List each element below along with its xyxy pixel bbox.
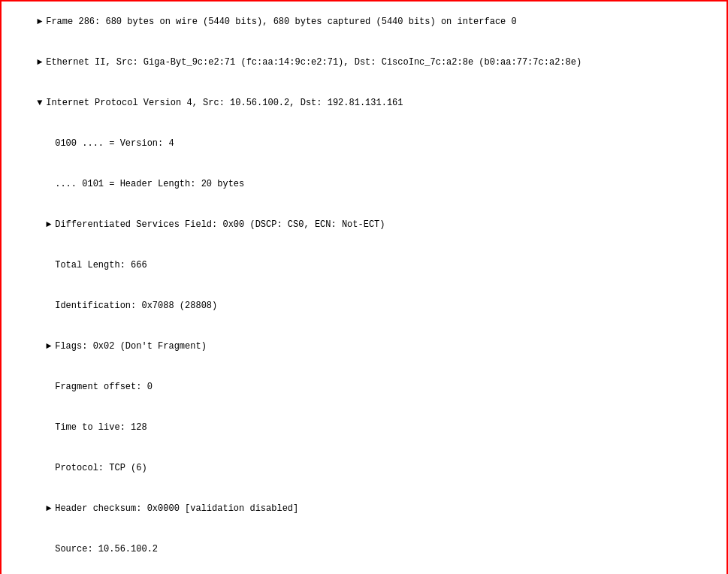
spacer6 [46,421,55,434]
ip-src-line: Source: 10.56.100.2 [2,529,726,569]
ip-text: Internet Protocol Version 4, Src: 10.56.… [46,98,403,108]
expand-icon-checksum: ► [46,502,55,515]
expand-icon-dscp: ► [46,218,55,231]
ip-version-line: 0100 .... = Version: 4 [2,123,726,164]
expand-icon-flags: ► [46,340,55,353]
ip-protocol-text: Protocol: TCP (6) [55,463,147,473]
ip-dst-line: Destination: 192.81.131.161 [2,569,726,574]
spacer2 [46,177,55,191]
expand-icon-ethernet: ► [37,56,46,69]
spacer7 [46,461,55,475]
ip-src-text: Source: 10.56.100.2 [55,544,158,554]
ip-dscp-line[interactable]: ►Differentiated Services Field: 0x00 (DS… [2,204,726,245]
ip-total-text: Total Length: 666 [55,260,147,270]
ip-flags-text: Flags: 0x02 (Don't Fragment) [55,341,207,352]
packet-detail: ►Frame 286: 680 bytes on wire (5440 bits… [0,0,728,574]
ip-id-text: Identification: 0x7088 (28808) [55,301,217,311]
ip-id-line: Identification: 0x7088 (28808) [2,285,726,326]
expand-icon-ip: ▼ [37,96,46,110]
ip-frag-text: Fragment offset: 0 [55,382,153,392]
frame-line[interactable]: ►Frame 286: 680 bytes on wire (5440 bits… [2,2,726,42]
spacer [46,137,55,150]
ip-ttl-text: Time to live: 128 [55,422,147,433]
ip-header-length-line: .... 0101 = Header Length: 20 bytes [2,164,726,204]
spacer4 [46,299,55,313]
ip-checksum-line[interactable]: ►Header checksum: 0x0000 [validation dis… [2,488,726,529]
ip-total-length-line: Total Length: 666 [2,245,726,285]
ip-version-text: 0100 .... = Version: 4 [55,138,174,149]
ip-dscp-text: Differentiated Services Field: 0x00 (DSC… [55,219,385,230]
ip-ttl-line: Time to live: 128 [2,407,726,448]
ip-frag-line: Fragment offset: 0 [2,367,726,407]
frame-text: Frame 286: 680 bytes on wire (5440 bits)… [46,17,517,27]
ip-header-text: .... 0101 = Header Length: 20 bytes [55,179,244,189]
ethernet-text: Ethernet II, Src: Giga-Byt_9c:e2:71 (fc:… [46,57,581,68]
ethernet-line[interactable]: ►Ethernet II, Src: Giga-Byt_9c:e2:71 (fc… [2,42,726,83]
expand-icon-frame: ► [37,15,46,29]
frame-section: ►Frame 286: 680 bytes on wire (5440 bits… [0,0,728,574]
ip-protocol-line: Protocol: TCP (6) [2,448,726,488]
spacer3 [46,258,55,272]
ip-line[interactable]: ▼Internet Protocol Version 4, Src: 10.56… [2,83,726,123]
spacer8 [46,542,55,556]
ip-flags-line[interactable]: ►Flags: 0x02 (Don't Fragment) [2,326,726,367]
spacer5 [46,380,55,394]
ip-checksum-text: Header checksum: 0x0000 [validation disa… [55,503,298,514]
